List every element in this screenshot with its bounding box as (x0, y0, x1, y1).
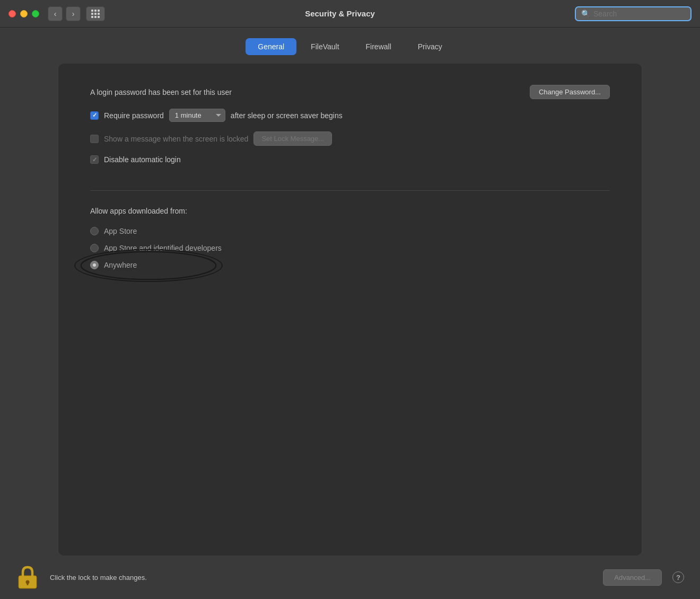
search-input[interactable] (593, 10, 685, 18)
after-sleep-label: after sleep or screen saver begins (231, 111, 343, 120)
forward-button[interactable]: › (66, 6, 81, 21)
apps-grid-button[interactable] (86, 6, 105, 21)
lock-icon (18, 565, 38, 589)
tab-general[interactable]: General (246, 38, 296, 55)
download-section: Allow apps downloaded from: App Store Ap… (90, 207, 610, 269)
bottom-bar: Click the lock to make changes. Advanced… (0, 556, 700, 599)
set-lock-message-button: Set Lock Message... (253, 131, 332, 146)
radio-app-store-button[interactable] (90, 227, 99, 235)
radio-anywhere-label: Anywhere (104, 261, 137, 269)
radio-anywhere-button[interactable] (90, 261, 99, 269)
settings-panel: A login password has been set for this u… (58, 64, 642, 556)
require-password-row: Require password 1 minute 5 minutes 15 m… (90, 109, 610, 122)
radio-app-store-identified[interactable]: App Store and identified developers (90, 244, 610, 252)
show-message-label: Show a message when the screen is locked (104, 135, 248, 143)
minimize-button[interactable] (20, 10, 28, 17)
password-set-label: A login password has been set for this u… (90, 88, 232, 96)
svg-point-0 (81, 252, 216, 279)
back-button[interactable]: ‹ (48, 6, 63, 21)
section-divider (90, 190, 610, 191)
radio-anywhere[interactable]: Anywhere (90, 261, 610, 269)
lock-text: Click the lock to make changes. (50, 574, 592, 582)
lock-button[interactable] (16, 564, 39, 591)
require-password-label: Require password (104, 111, 164, 120)
allow-apps-label: Allow apps downloaded from: (90, 207, 610, 215)
radio-app-store-identified-button[interactable] (90, 244, 99, 252)
search-icon: 🔍 (581, 10, 590, 18)
radio-app-store-identified-label: App Store and identified developers (104, 244, 222, 252)
grid-dots-icon (91, 10, 100, 18)
show-message-checkbox[interactable] (90, 135, 99, 143)
window-title: Security & Privacy (105, 9, 575, 18)
tab-privacy[interactable]: Privacy (406, 38, 454, 55)
search-bar[interactable]: 🔍 (575, 6, 692, 21)
close-button[interactable] (8, 10, 16, 17)
password-row: A login password has been set for this u… (90, 85, 610, 99)
radio-app-store-label: App Store (104, 227, 137, 235)
titlebar: ‹ › Security & Privacy 🔍 (0, 0, 700, 28)
tab-bar: General FileVault Firewall Privacy (246, 38, 454, 55)
maximize-button[interactable] (32, 10, 39, 17)
change-password-button[interactable]: Change Password... (530, 85, 610, 99)
password-section: A login password has been set for this u… (90, 85, 610, 185)
advanced-button: Advanced... (603, 569, 662, 586)
require-password-checkbox[interactable] (90, 111, 99, 120)
traffic-lights (8, 10, 39, 17)
tab-filevault[interactable]: FileVault (299, 38, 351, 55)
disable-auto-login-row: Disable automatic login (90, 155, 610, 164)
svg-rect-3 (27, 583, 29, 585)
disable-auto-login-label: Disable automatic login (104, 155, 181, 164)
radio-app-store[interactable]: App Store (90, 227, 610, 235)
main-content: General FileVault Firewall Privacy A log… (0, 28, 700, 556)
help-button[interactable]: ? (672, 571, 684, 583)
nav-buttons: ‹ › (48, 6, 105, 21)
show-message-row: Show a message when the screen is locked… (90, 131, 610, 146)
password-timeout-select[interactable]: 1 minute 5 minutes 15 minutes 1 hour imm… (169, 109, 225, 122)
disable-auto-login-checkbox[interactable] (90, 155, 99, 164)
tab-firewall[interactable]: Firewall (354, 38, 404, 55)
